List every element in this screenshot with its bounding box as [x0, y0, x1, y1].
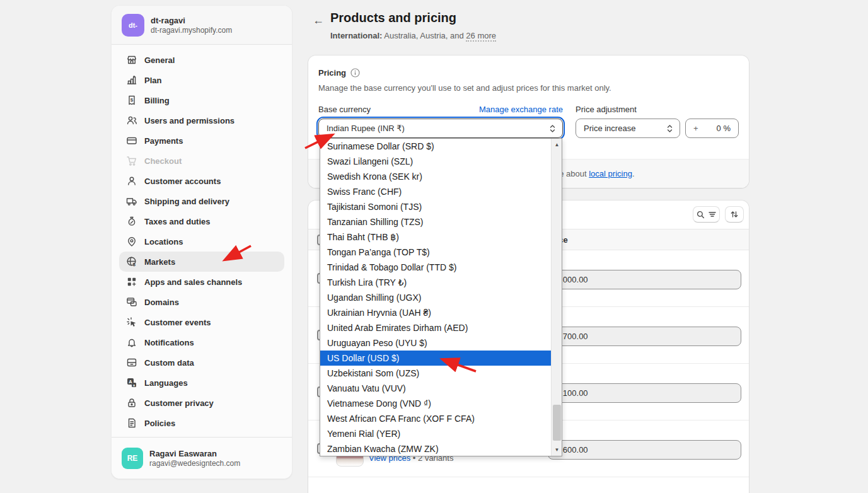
currency-option[interactable]: Zambian Kwacha (ZMW ZK): [320, 441, 551, 456]
search-icon: [697, 211, 705, 219]
pin-icon: [125, 235, 138, 248]
sidebar-item-shipping-and-delivery[interactable]: Shipping and delivery: [119, 191, 284, 211]
currency-option-selected[interactable]: US Dollar (USD $): [320, 351, 551, 366]
scrollbar-thumb[interactable]: [553, 405, 561, 441]
price-input[interactable]: [548, 327, 741, 346]
sidebar-item-billing[interactable]: $ Billing: [119, 90, 284, 110]
user-avatar: RE: [122, 448, 143, 469]
base-currency-select[interactable]: Indian Rupee (INR ₹): [318, 119, 563, 138]
currency-option[interactable]: Thai Baht (THB ฿): [320, 229, 551, 245]
money-bag-icon: [125, 215, 138, 228]
currency-option[interactable]: Yemeni Rial (YER): [320, 426, 551, 441]
price-adjustment-value: Price increase: [584, 124, 666, 133]
sidebar-item-label: Payments: [144, 136, 183, 146]
currency-dropdown: Surinamese Dollar (SRD $) Swazi Lilangen…: [320, 138, 562, 456]
settings-sidebar: dt- dt-ragavi dt-ragavi.myshopify.com Ge…: [111, 5, 292, 479]
currency-option[interactable]: Turkish Lira (TRY ₺): [320, 275, 551, 290]
cart-icon: [125, 154, 138, 167]
base-currency-label: Base currency: [318, 105, 371, 114]
footer-text-suffix: .: [632, 169, 635, 178]
sidebar-item-customer-accounts[interactable]: Customer accounts: [119, 171, 284, 191]
sidebar-item-users-and-permissions[interactable]: Users and permissions: [119, 110, 284, 130]
sidebar-item-label: Customer events: [144, 318, 211, 327]
sidebar-item-locations[interactable]: Locations: [119, 231, 284, 252]
price-input[interactable]: [548, 440, 741, 460]
price-input[interactable]: [548, 270, 741, 289]
sidebar-item-label: Apps and sales channels: [144, 277, 242, 287]
price-input[interactable]: [548, 383, 741, 403]
back-button[interactable]: ←: [310, 12, 327, 28]
sidebar-item-label: Users and permissions: [144, 116, 234, 125]
store-avatar: dt-: [122, 14, 144, 37]
currency-options-list: Surinamese Dollar (SRD $) Swazi Lilangen…: [320, 139, 551, 456]
database-icon: [125, 356, 138, 369]
currency-option[interactable]: Ukrainian Hryvnia (UAH ₴): [320, 305, 551, 320]
sort-arrows-icon: [730, 210, 739, 219]
currency-option[interactable]: Swazi Lilangeni (SZL): [320, 154, 551, 169]
bell-icon: [125, 336, 138, 349]
currency-option[interactable]: Ugandan Shilling (UGX): [320, 290, 551, 305]
plus-sign: +: [693, 124, 698, 133]
document-icon: [125, 417, 138, 429]
price-adjustment-select[interactable]: Price increase: [576, 119, 680, 138]
manage-exchange-rate-link[interactable]: Manage exchange rate: [479, 105, 563, 114]
sidebar-item-label: Checkout: [144, 156, 182, 166]
info-icon[interactable]: [350, 68, 360, 78]
sidebar-item-taxes-and-duties[interactable]: Taxes and duties: [119, 211, 284, 231]
pricing-card-title: Pricing: [318, 68, 360, 78]
price-adjustment-label: Price adjustment: [576, 105, 637, 114]
user-email: ragavi@wedesigntech.com: [149, 459, 240, 468]
currency-option[interactable]: Tanzanian Shilling (TZS): [320, 214, 551, 229]
filter-icon: [709, 211, 716, 218]
user-name: Ragavi Easwaran: [149, 448, 240, 459]
sort-button[interactable]: [725, 206, 744, 223]
pricing-description: Manage the base currency you'll use to s…: [318, 83, 611, 93]
sidebar-item-custom-data[interactable]: Custom data: [119, 352, 284, 373]
local-pricing-link[interactable]: local pricing: [589, 169, 632, 178]
adjustment-percentage-input[interactable]: + 0 %: [685, 119, 739, 138]
sidebar-item-payments[interactable]: Payments: [119, 130, 284, 151]
sidebar-item-label: Customer privacy: [144, 398, 214, 408]
currency-option[interactable]: Vietnamese Dong (VND ₫): [320, 396, 551, 411]
page-subtitle: International: Australia, Austria, and 2…: [330, 31, 496, 40]
scroll-up-arrow-icon[interactable]: ▲: [552, 139, 562, 150]
sidebar-item-label: Shipping and delivery: [144, 197, 229, 206]
percentage-value: 0 %: [698, 124, 731, 133]
user-footer[interactable]: RE Ragavi Easwaran ragavi@wedesigntech.c…: [112, 437, 292, 478]
currency-option[interactable]: United Arab Emirates Dirham (AED): [320, 320, 551, 335]
currency-option[interactable]: Trinidad & Tobago Dollar (TTD $): [320, 260, 551, 275]
currency-option[interactable]: Uzbekistani Som (UZS): [320, 366, 551, 381]
svg-text:$: $: [133, 262, 136, 267]
sidebar-item-customer-events[interactable]: Customer events: [119, 312, 284, 332]
currency-option[interactable]: Swiss Franc (CHF): [320, 184, 551, 199]
currency-option[interactable]: Uruguayan Peso (UYU $): [320, 335, 551, 351]
currency-option[interactable]: Tajikistani Somoni (TJS): [320, 199, 551, 214]
currency-option[interactable]: Vanuatu Vatu (VUV): [320, 381, 551, 396]
search-and-filter-button[interactable]: [693, 206, 720, 223]
market-regions: Australia, Austria, and: [382, 31, 466, 40]
sidebar-item-policies[interactable]: Policies: [119, 413, 284, 433]
sidebar-item-apps-and-sales-channels[interactable]: Apps and sales channels: [119, 272, 284, 292]
sidebar-item-general[interactable]: General: [119, 50, 284, 70]
sidebar-item-plan[interactable]: Plan: [119, 70, 284, 90]
currency-option[interactable]: Swedish Krona (SEK kr): [320, 169, 551, 184]
store-domain: dt-ragavi.myshopify.com: [151, 26, 232, 35]
sidebar-item-languages[interactable]: Aa Languages: [119, 373, 284, 393]
store-header[interactable]: dt- dt-ragavi dt-ragavi.myshopify.com: [112, 6, 292, 45]
sidebar-item-markets[interactable]: $ Markets: [119, 252, 284, 272]
sidebar-item-notifications[interactable]: Notifications: [119, 332, 284, 352]
currency-option[interactable]: West African CFA Franc (XOF F CFA): [320, 411, 551, 426]
person-icon: [125, 175, 138, 187]
store-icon: [125, 54, 138, 66]
globe-dollar-icon: $: [125, 255, 138, 268]
sidebar-item-label: Taxes and duties: [144, 217, 211, 226]
currency-option[interactable]: Surinamese Dollar (SRD $): [320, 139, 551, 154]
sidebar-item-label: Domains: [144, 298, 179, 307]
scroll-down-arrow-icon[interactable]: ▼: [552, 444, 562, 455]
more-regions-link[interactable]: 26 more: [466, 31, 496, 42]
sidebar-item-customer-privacy[interactable]: Customer privacy: [119, 393, 284, 413]
currency-option[interactable]: Tongan Pa’anga (TOP T$): [320, 245, 551, 260]
sidebar-item-domains[interactable]: Domains: [119, 292, 284, 312]
dropdown-scrollbar[interactable]: ▲ ▼: [551, 139, 562, 456]
page-title: Products and pricing: [330, 11, 456, 25]
